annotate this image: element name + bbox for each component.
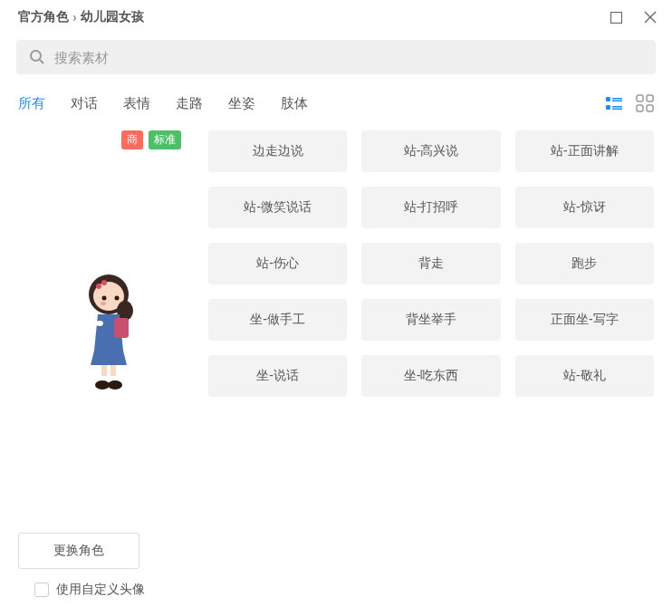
breadcrumb: 官方角色 › 幼儿园女孩 — [18, 9, 603, 25]
svg-point-27 — [108, 380, 122, 390]
svg-point-15 — [101, 280, 107, 285]
breadcrumb-separator: › — [72, 10, 77, 24]
svg-point-26 — [95, 380, 110, 390]
search-container — [16, 40, 656, 74]
svg-rect-4 — [612, 101, 622, 102]
search-icon — [29, 49, 45, 65]
svg-rect-0 — [610, 12, 621, 23]
tab-walk[interactable]: 走路 — [176, 95, 203, 112]
svg-point-14 — [96, 284, 101, 289]
svg-rect-10 — [637, 105, 643, 111]
svg-point-19 — [101, 302, 106, 305]
breadcrumb-current: 幼儿园女孩 — [81, 9, 144, 25]
action-button[interactable]: 站-惊讶 — [515, 187, 654, 228]
action-button[interactable]: 正面坐-写字 — [515, 299, 654, 341]
custom-avatar-checkbox[interactable] — [34, 582, 49, 597]
titlebar: 官方角色 › 幼儿园女孩 — [0, 0, 672, 33]
tab-dialog[interactable]: 对话 — [71, 95, 98, 112]
tab-expression[interactable]: 表情 — [123, 95, 150, 112]
action-button[interactable]: 背坐举手 — [361, 299, 500, 341]
action-button[interactable]: 站-打招呼 — [361, 187, 500, 228]
action-button[interactable]: 站-微笑说话 — [208, 187, 347, 228]
svg-rect-3 — [612, 98, 622, 100]
list-view-icon — [605, 94, 623, 112]
custom-avatar-label: 使用自定义头像 — [56, 582, 145, 598]
breadcrumb-root[interactable]: 官方角色 — [18, 9, 69, 25]
swap-character-button[interactable]: 更换角色 — [18, 533, 139, 569]
svg-point-18 — [115, 296, 120, 301]
action-grid: 边走边说 站-高兴说 站-正面讲解 站-微笑说话 站-打招呼 站-惊讶 站-伤心… — [208, 130, 654, 522]
grid-view-button[interactable] — [636, 94, 654, 112]
tab-bar: 所有 对话 表情 走路 坐姿 肢体 — [18, 95, 605, 112]
svg-rect-25 — [109, 376, 118, 380]
svg-rect-21 — [114, 318, 129, 338]
list-view-button[interactable] — [605, 94, 623, 112]
grid-view-icon — [636, 94, 654, 112]
action-button[interactable]: 跑步 — [515, 243, 654, 284]
action-button[interactable]: 坐-做手工 — [208, 299, 347, 341]
tab-sit[interactable]: 坐姿 — [228, 95, 255, 112]
action-button[interactable]: 坐-吃东西 — [361, 355, 500, 397]
action-button[interactable]: 站-伤心 — [208, 243, 347, 284]
action-button[interactable]: 背走 — [361, 243, 500, 284]
search-input[interactable] — [54, 50, 643, 65]
svg-rect-24 — [100, 376, 109, 380]
action-button[interactable]: 边走边说 — [208, 130, 347, 172]
svg-point-1 — [31, 51, 41, 61]
svg-rect-11 — [647, 105, 653, 111]
svg-point-17 — [102, 296, 107, 301]
commercial-badge: 商 — [121, 130, 143, 149]
character-preview — [72, 267, 145, 397]
standard-badge: 标准 — [149, 130, 181, 149]
action-button[interactable]: 站-高兴说 — [361, 130, 500, 172]
tab-all[interactable]: 所有 — [18, 95, 45, 112]
svg-rect-5 — [606, 105, 610, 110]
girl-character-icon — [72, 267, 145, 394]
close-button[interactable] — [643, 10, 658, 24]
maximize-button[interactable] — [609, 10, 623, 24]
action-button[interactable]: 站-敬礼 — [515, 355, 654, 397]
svg-point-20 — [96, 321, 103, 326]
svg-rect-7 — [612, 109, 622, 111]
action-button[interactable]: 坐-说话 — [208, 355, 347, 397]
close-icon — [644, 11, 657, 24]
action-button[interactable]: 站-正面讲解 — [515, 130, 654, 172]
svg-rect-9 — [647, 95, 653, 101]
svg-rect-2 — [606, 97, 610, 101]
tab-body[interactable]: 肢体 — [281, 95, 308, 112]
svg-rect-6 — [612, 106, 622, 108]
svg-rect-8 — [637, 95, 643, 101]
maximize-icon — [610, 12, 622, 24]
